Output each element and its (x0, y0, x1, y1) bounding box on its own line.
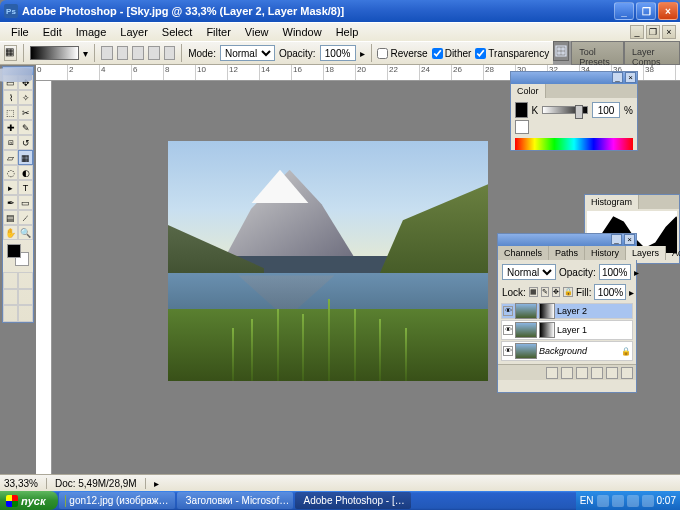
status-arrow-icon[interactable]: ▸ (154, 478, 159, 489)
tab-history[interactable]: History (585, 246, 626, 260)
new-set-button[interactable] (576, 367, 588, 379)
pen-tool[interactable]: ✒ (3, 195, 18, 210)
taskbar-item[interactable]: Заголовки - Microsof… (177, 492, 293, 509)
blend-mode-select[interactable]: Normal (502, 264, 556, 280)
menu-filter[interactable]: Filter (199, 24, 237, 40)
opacity-input[interactable] (320, 45, 356, 61)
clock[interactable]: 0:07 (657, 495, 676, 506)
shape-tool[interactable]: ▭ (18, 195, 33, 210)
crop-tool[interactable]: ⬚ (3, 105, 18, 120)
chevron-right-icon[interactable]: ▸ (629, 287, 634, 298)
layer-mask-button[interactable] (561, 367, 573, 379)
doc-minimize-button[interactable]: _ (630, 25, 644, 39)
zoom-level[interactable]: 33,33% (4, 478, 47, 489)
maximize-button[interactable]: ❐ (636, 2, 656, 20)
gradient-type-angle[interactable] (132, 46, 144, 60)
reverse-checkbox[interactable]: Reverse (377, 48, 427, 59)
foreground-background-colors[interactable] (5, 242, 31, 270)
menu-help[interactable]: Help (329, 24, 366, 40)
color-slider[interactable] (542, 106, 588, 114)
layer-row[interactable]: 👁 Layer 2 (501, 303, 633, 319)
menu-layer[interactable]: Layer (113, 24, 155, 40)
visibility-icon[interactable]: 👁 (503, 306, 513, 316)
tray-icon[interactable] (627, 495, 639, 507)
chevron-right-icon[interactable]: ▸ (634, 267, 639, 278)
palette-well-icon[interactable] (553, 41, 569, 61)
gradient-tool[interactable]: ▦ (18, 150, 33, 165)
hand-tool[interactable]: ✋ (3, 225, 18, 240)
layer-row[interactable]: 👁 Layer 1 (501, 320, 633, 340)
quickmask-mode-button[interactable] (18, 272, 33, 289)
tab-channels[interactable]: Channels (498, 246, 549, 260)
panel-close-button[interactable]: × (625, 72, 636, 83)
minimize-button[interactable]: _ (614, 2, 634, 20)
delete-layer-button[interactable] (621, 367, 633, 379)
path-selection-tool[interactable]: ▸ (3, 180, 18, 195)
taskbar-item[interactable]: gon12.jpg (изображ… (59, 492, 175, 509)
layer-name[interactable]: Background (539, 346, 619, 356)
panel-minimize-button[interactable]: _ (611, 234, 622, 245)
menu-file[interactable]: File (4, 24, 36, 40)
brush-tool[interactable]: ✎ (18, 120, 33, 135)
slice-tool[interactable]: ✂ (18, 105, 33, 120)
gradient-type-linear[interactable] (101, 46, 113, 60)
notes-tool[interactable]: ▤ (3, 210, 18, 225)
tab-paths[interactable]: Paths (549, 246, 585, 260)
menu-image[interactable]: Image (69, 24, 114, 40)
start-button[interactable]: пуск (0, 491, 58, 510)
gradient-type-diamond[interactable] (164, 46, 176, 60)
tray-icon[interactable] (642, 495, 654, 507)
adjustment-layer-button[interactable] (591, 367, 603, 379)
chevron-down-icon[interactable]: ▸ (360, 48, 365, 59)
lock-position-button[interactable]: ✥ (552, 287, 560, 297)
lock-transparency-button[interactable]: ▦ (529, 287, 538, 297)
canvas-image[interactable] (168, 141, 488, 381)
visibility-icon[interactable]: 👁 (503, 346, 513, 356)
transparency-checkbox[interactable]: Transparency (475, 48, 549, 59)
dock-tab-tool-presets[interactable]: Tool Presets (571, 41, 624, 65)
layer-thumbnail[interactable] (515, 303, 537, 319)
blur-tool[interactable]: ◌ (3, 165, 18, 180)
layer-mask-thumbnail[interactable] (539, 322, 555, 338)
doc-size[interactable]: Doc: 5,49M/28,9M (55, 478, 146, 489)
tray-icon[interactable] (597, 495, 609, 507)
eraser-tool[interactable]: ▱ (3, 150, 18, 165)
layer-opacity-input[interactable] (599, 264, 631, 280)
tray-icon[interactable] (612, 495, 624, 507)
screen-mode-3-button[interactable] (3, 305, 18, 322)
clone-stamp-tool[interactable]: ⧇ (3, 135, 18, 150)
doc-restore-button[interactable]: ❐ (646, 25, 660, 39)
tab-actions[interactable]: Actions (666, 246, 680, 260)
zoom-tool[interactable]: 🔍 (18, 225, 33, 240)
menu-window[interactable]: Window (276, 24, 329, 40)
magic-wand-tool[interactable]: ✧ (18, 90, 33, 105)
color-spectrum-ramp[interactable] (515, 138, 633, 150)
lock-all-button[interactable]: 🔒 (563, 287, 573, 297)
visibility-icon[interactable]: 👁 (503, 325, 513, 335)
tab-layers[interactable]: Layers (626, 246, 666, 260)
color-swatch-bg[interactable] (515, 120, 529, 134)
foreground-color-swatch[interactable] (7, 244, 21, 258)
eyedropper-tool[interactable]: ⟋ (18, 210, 33, 225)
doc-close-button[interactable]: × (662, 25, 676, 39)
taskbar-item[interactable]: Adobe Photoshop - [… (295, 492, 411, 509)
screen-mode-1-button[interactable] (3, 289, 18, 306)
dodge-tool[interactable]: ◐ (18, 165, 33, 180)
menu-view[interactable]: View (238, 24, 276, 40)
color-value-input[interactable] (592, 102, 620, 118)
new-layer-button[interactable] (606, 367, 618, 379)
layer-thumbnail[interactable] (515, 322, 537, 338)
mode-select[interactable]: Normal (220, 45, 275, 61)
tab-color[interactable]: Color (511, 84, 546, 98)
color-swatch[interactable] (515, 102, 528, 118)
close-button[interactable]: × (658, 2, 678, 20)
panel-close-button[interactable]: × (624, 234, 635, 245)
imageready-button[interactable] (18, 305, 33, 322)
screen-mode-2-button[interactable] (18, 289, 33, 306)
menu-edit[interactable]: Edit (36, 24, 69, 40)
layer-name[interactable]: Layer 2 (557, 306, 631, 316)
lasso-tool[interactable]: ⌇ (3, 90, 18, 105)
panel-minimize-button[interactable]: _ (612, 72, 623, 83)
layer-name[interactable]: Layer 1 (557, 325, 631, 335)
healing-brush-tool[interactable]: ✚ (3, 120, 18, 135)
